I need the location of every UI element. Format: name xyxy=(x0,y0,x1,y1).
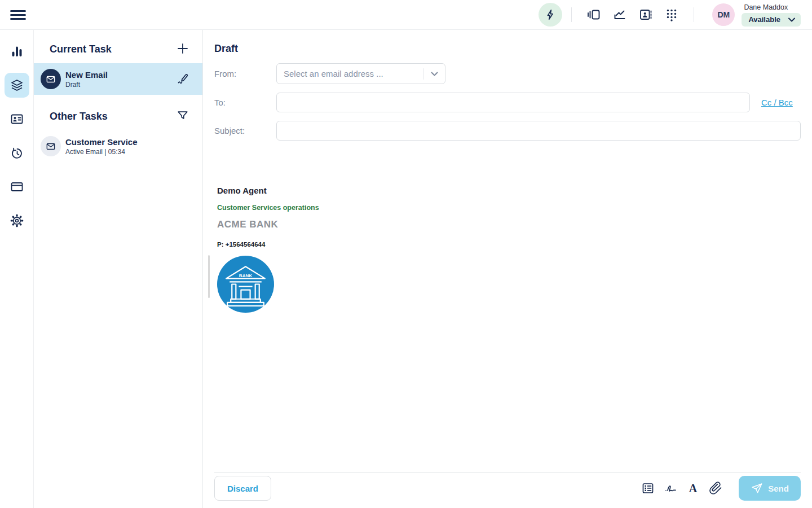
avatar[interactable]: DM xyxy=(712,3,735,26)
current-task-header: Current Task xyxy=(34,30,202,63)
plus-icon xyxy=(176,42,189,55)
from-row: From: Select an email address ... xyxy=(214,63,801,84)
other-tasks-header: Other Tasks xyxy=(34,95,202,130)
task-row-customer-service[interactable]: Customer Service Active Email | 05:34 xyxy=(34,130,202,162)
signature-phone: P: +1564564644 xyxy=(217,241,801,248)
task-avatar xyxy=(41,136,61,156)
quick-actions-button[interactable] xyxy=(539,3,562,27)
sidebar-item-tasks[interactable] xyxy=(0,68,34,102)
compose-area: Draft From: Select an email address ... … xyxy=(203,30,812,508)
history-icon xyxy=(10,146,24,160)
task-panel: Current Task New Email Draft Other Tasks xyxy=(34,30,203,508)
task-row-new-email[interactable]: New Email Draft xyxy=(34,63,202,95)
send-button[interactable]: Send xyxy=(739,476,801,501)
bar-chart-icon xyxy=(10,45,24,58)
user-name: Dane Maddox xyxy=(742,3,788,11)
task-title: New Email xyxy=(65,70,176,80)
from-label: From: xyxy=(214,69,276,78)
panels-icon xyxy=(587,8,601,21)
scrollbar-thumb[interactable] xyxy=(208,255,210,298)
sidebar-item-analytics[interactable] xyxy=(0,34,34,68)
sidebar-item-browser[interactable] xyxy=(0,170,34,204)
topbar-right: DM Dane Maddox Available xyxy=(539,3,801,27)
analytics-button[interactable] xyxy=(613,8,626,21)
other-tasks-title: Other Tasks xyxy=(50,111,108,122)
hamburger-icon xyxy=(10,10,26,12)
text-format-button[interactable]: A xyxy=(686,481,700,495)
contact-card-icon xyxy=(639,8,652,21)
chevron-down-icon xyxy=(423,72,445,76)
contacts-button[interactable] xyxy=(639,8,652,21)
svg-text:BANK: BANK xyxy=(239,273,253,278)
compose-pen-icon xyxy=(176,72,190,85)
availability-dropdown[interactable]: Available xyxy=(742,13,801,27)
browser-icon xyxy=(10,180,24,194)
task-avatar xyxy=(41,69,61,89)
user-block: Dane Maddox Available xyxy=(742,3,801,27)
compose-edit-button[interactable] xyxy=(176,72,190,87)
filter-icon xyxy=(176,110,189,122)
envelope-icon xyxy=(45,73,56,85)
address-book-icon xyxy=(10,112,24,126)
chevron-down-icon xyxy=(788,17,795,22)
from-select[interactable]: Select an email address ... xyxy=(276,63,445,84)
topbar-divider xyxy=(571,7,572,22)
cc-bcc-link[interactable]: Cc / Bcc xyxy=(761,98,793,107)
bank-logo: BANK xyxy=(217,256,274,313)
add-task-button[interactable] xyxy=(176,42,189,56)
signature-button[interactable] xyxy=(664,481,677,495)
hamburger-menu-button[interactable] xyxy=(10,8,26,21)
template-icon xyxy=(641,481,655,495)
task-subtitle: Draft xyxy=(65,81,176,89)
task-subtitle: Active Email | 05:34 xyxy=(65,148,190,156)
sidebar-item-settings[interactable] xyxy=(0,204,34,238)
send-label: Send xyxy=(768,484,789,493)
dialpad-button[interactable] xyxy=(665,8,678,21)
attachment-button[interactable] xyxy=(709,481,722,495)
svg-text:A: A xyxy=(689,482,698,494)
subject-input[interactable] xyxy=(276,121,801,141)
signature-icon xyxy=(664,481,677,495)
task-title: Customer Service xyxy=(65,137,190,147)
line-chart-icon xyxy=(613,8,626,21)
page-title: Draft xyxy=(214,43,801,55)
current-task-title: Current Task xyxy=(50,43,112,55)
from-placeholder: Select an email address ... xyxy=(284,69,423,78)
lightning-icon xyxy=(544,8,557,21)
sidebar-item-address-book[interactable] xyxy=(0,102,34,136)
settings-gear-icon xyxy=(10,214,24,227)
to-row: To: Cc / Bcc xyxy=(214,93,801,112)
topbar-divider xyxy=(694,7,694,22)
send-plane-icon xyxy=(751,482,763,494)
multitask-panels-button[interactable] xyxy=(587,8,601,21)
discard-button[interactable]: Discard xyxy=(214,476,271,501)
subject-row: Subject: xyxy=(214,121,801,141)
to-input[interactable] xyxy=(276,93,750,112)
sidebar-item-history[interactable] xyxy=(0,136,34,170)
subject-label: Subject: xyxy=(214,126,276,135)
compose-footer: Discard A xyxy=(214,472,801,508)
email-body-editor[interactable]: Demo Agent Customer Services operations … xyxy=(214,145,801,436)
layers-icon xyxy=(10,78,24,92)
envelope-icon xyxy=(45,141,56,152)
left-nav-rail xyxy=(0,30,34,508)
signature-company: ACME BANK xyxy=(217,219,801,230)
attachment-icon xyxy=(709,481,722,495)
topbar: DM Dane Maddox Available xyxy=(0,0,812,30)
dialpad-icon xyxy=(665,8,678,21)
template-button[interactable] xyxy=(641,481,655,495)
filter-tasks-button[interactable] xyxy=(176,110,189,124)
availability-status: Available xyxy=(748,15,780,24)
signature-role: Customer Services operations xyxy=(217,204,801,212)
to-label: To: xyxy=(214,98,276,107)
text-format-icon: A xyxy=(686,481,700,495)
signature-name: Demo Agent xyxy=(217,186,801,195)
